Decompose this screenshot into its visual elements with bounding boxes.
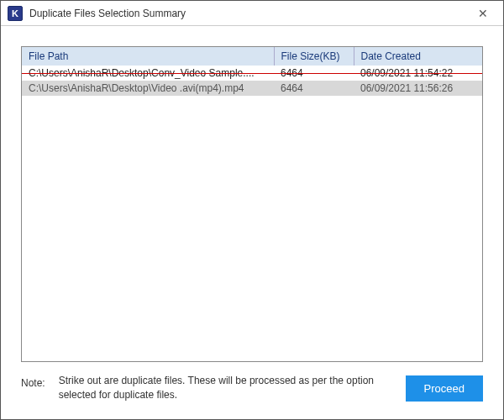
file-table: File Path File Size(KB) Date Created C:\… <box>22 47 482 96</box>
column-header-path[interactable]: File Path <box>22 47 274 66</box>
cell-path: C:\Users\AnishaR\Desktop\Conv_Video Samp… <box>22 66 274 81</box>
cell-size: 6464 <box>274 81 354 96</box>
column-header-date[interactable]: Date Created <box>354 47 482 66</box>
close-button[interactable]: ✕ <box>466 2 500 25</box>
table-row[interactable]: C:\Users\AnishaR\Desktop\Video .avi(mp4)… <box>22 81 482 96</box>
table-header-row: File Path File Size(KB) Date Created <box>22 47 482 66</box>
column-header-size[interactable]: File Size(KB) <box>274 47 354 66</box>
cell-size: 6464 <box>274 66 354 81</box>
table-row[interactable]: C:\Users\AnishaR\Desktop\Conv_Video Samp… <box>22 66 482 81</box>
titlebar: K Duplicate Files Selection Summary ✕ <box>1 1 503 26</box>
cell-date: 06/09/2021 11:54:22 <box>354 66 482 81</box>
cell-path: C:\Users\AnishaR\Desktop\Video .avi(mp4)… <box>22 81 274 96</box>
footer: Note: Strike out are duplicate files. Th… <box>21 362 483 409</box>
note-text: Strike out are duplicate files. These wi… <box>59 374 392 402</box>
file-table-container: File Path File Size(KB) Date Created C:\… <box>21 46 483 362</box>
content-area: File Path File Size(KB) Date Created C:\… <box>1 26 503 419</box>
cell-date: 06/09/2021 11:56:26 <box>354 81 482 96</box>
note-label: Note: <box>21 374 45 389</box>
proceed-button[interactable]: Proceed <box>406 375 483 402</box>
app-icon: K <box>8 6 23 21</box>
close-icon: ✕ <box>478 7 488 20</box>
window-title: Duplicate Files Selection Summary <box>29 8 466 19</box>
